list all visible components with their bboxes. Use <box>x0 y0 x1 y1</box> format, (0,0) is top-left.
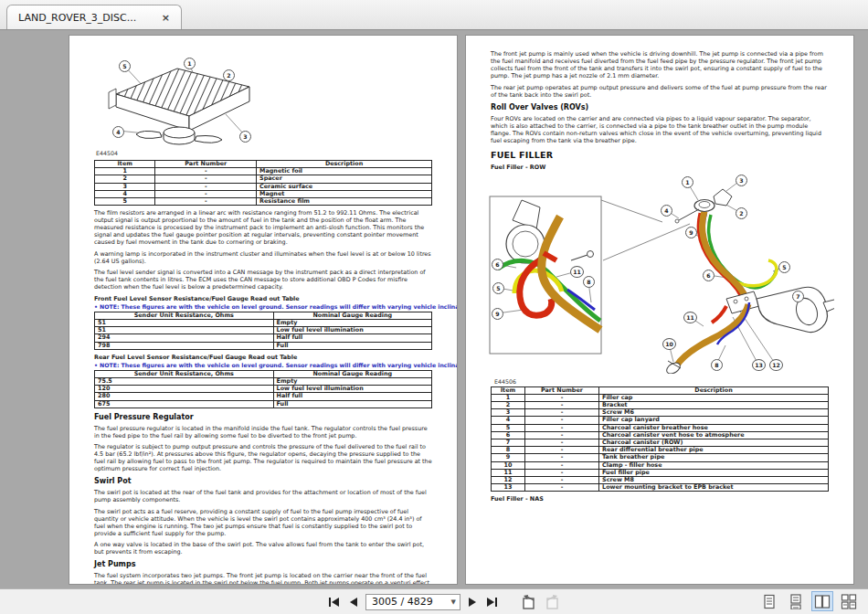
table-row: 1-Filler cap <box>492 394 829 401</box>
section-heading-fuel-pressure-regulator: Fuel Pressure Regulator <box>94 413 432 421</box>
last-page-button[interactable] <box>485 596 499 609</box>
single-page-view-icon <box>762 594 777 609</box>
page-number-field[interactable]: 3005 / 4829 ▼ <box>365 594 460 610</box>
table-row: 51Empty <box>95 319 432 326</box>
callout-6: 6 <box>703 270 715 281</box>
table-row: 2-Bracket <box>492 401 829 408</box>
callout-4: 4 <box>112 126 124 138</box>
manual-page-right: The front jet pump is mainly used when t… <box>465 35 854 585</box>
table-row: 2-Spacer <box>95 175 432 183</box>
document-canvas: 1 2 3 4 5 E44504 Item Part Number Descri… <box>0 29 868 589</box>
table-row: 4-Filler cap lanyard <box>492 417 829 424</box>
callout-1: 1 <box>184 58 196 69</box>
callout-5: 5 <box>778 261 790 273</box>
table-row: 4-Magnet <box>95 190 432 197</box>
rear-sender-table-title: Rear Fuel Level Sensor Resistance/Fuel G… <box>94 354 432 361</box>
table-row: 798Full <box>95 342 432 349</box>
table-header-row: Sender Unit Resistance, Ohms Nominal Gau… <box>95 312 432 319</box>
paragraph: A one way valve is located in the base o… <box>94 541 432 556</box>
continuous-view-icon <box>789 594 803 609</box>
callout-5: 5 <box>119 60 131 72</box>
next-page-button[interactable] <box>467 596 479 609</box>
table-row: 675Full <box>95 400 432 408</box>
paragraph: The fuel level sender signal is converte… <box>94 269 432 291</box>
bottom-toolbar: 3005 / 4829 ▼ <box>0 588 868 614</box>
paragraph: The fuel pressure regulator is located i… <box>94 425 432 439</box>
callout-10: 10 <box>662 338 676 350</box>
callout-7: 7 <box>792 291 804 302</box>
subheading-fuel-filler-row: Fuel Filler - ROW <box>491 164 829 171</box>
figure-label: E44506 <box>494 378 516 385</box>
table-header-row: Item Part Number Description <box>95 161 432 168</box>
callout-6: 6 <box>492 259 503 270</box>
table-row: 3-Ceramic surface <box>95 183 432 190</box>
paragraph: The swirl pot acts as a fuel reserve, pr… <box>94 508 432 537</box>
table-row: 10-Clamp - filler hose <box>492 461 829 469</box>
front-sender-table-title: Front Fuel Level Sensor Resistance/Fuel … <box>94 295 432 302</box>
table-row: 5-Charcoal canister breather hose <box>492 424 829 431</box>
callout-4: 4 <box>661 205 672 217</box>
callout-5: 5 <box>492 282 504 294</box>
continuous-view-button[interactable] <box>785 591 807 611</box>
previous-page-button[interactable] <box>347 596 359 609</box>
table-row: 8-Rear differential breather pipe <box>492 447 829 454</box>
table-row: 280Half full <box>95 393 432 400</box>
table-header-row: Sender Unit Resistance, Ohms Nominal Gau… <box>95 370 432 377</box>
fuel-filler-line-art <box>487 173 834 374</box>
tab-bar: LAND_ROVER_3_DISC... × <box>0 0 868 30</box>
callout-12: 12 <box>769 359 783 371</box>
front-sender-note: • NOTE: These figures are with the vehic… <box>94 303 432 310</box>
callout-3: 3 <box>239 131 251 143</box>
next-view-button[interactable] <box>544 594 562 610</box>
continuous-facing-view-button[interactable] <box>838 591 860 611</box>
sensor-parts-table: Item Part Number Description 1-Magnetic … <box>94 160 432 206</box>
paragraph: The rear jet pump operates at pump outpu… <box>491 84 829 99</box>
callout-8: 8 <box>711 359 723 371</box>
table-row: 3-Screw M6 <box>492 409 829 417</box>
table-row: 5-Resistance film <box>95 198 432 206</box>
tab-close-icon[interactable]: × <box>160 12 172 24</box>
callout-13: 13 <box>752 359 766 371</box>
subheading-fuel-filler-nas: Fuel Filler - NAS <box>491 495 829 503</box>
first-page-button[interactable] <box>327 596 341 609</box>
document-tab[interactable]: LAND_ROVER_3_DISC... × <box>6 5 182 29</box>
previous-view-button[interactable] <box>519 594 537 610</box>
table-row: 51Low fuel level illumination <box>95 327 432 334</box>
paragraph: The fuel system incorporates two jet pum… <box>94 572 432 585</box>
table-row: 120Low fuel level illumination <box>95 386 432 393</box>
callout-3: 3 <box>736 175 747 186</box>
section-heading-swirl-pot: Swirl Pot <box>94 477 432 485</box>
fuel-filler-parts-table: Item Part Number Description 1-Filler ca… <box>491 386 829 492</box>
callout-2: 2 <box>736 207 747 219</box>
callout-2: 2 <box>223 69 235 81</box>
facing-view-icon <box>814 594 831 609</box>
callout-9: 9 <box>492 308 503 320</box>
next-view-icon <box>545 595 561 609</box>
single-page-view-button[interactable] <box>758 591 780 611</box>
table-row: 294Half full <box>95 334 432 342</box>
paragraph: A warning lamp is incorporated in the in… <box>94 250 432 265</box>
continuous-facing-view-icon <box>841 594 857 609</box>
page-navigation: 3005 / 4829 ▼ <box>327 589 562 614</box>
table-row: 11-Fuel filler pipe <box>492 469 829 476</box>
chevron-down-icon[interactable]: ▼ <box>451 598 456 606</box>
paragraph: The film resistors are arranged in a lin… <box>94 209 432 246</box>
front-sender-table: Sender Unit Resistance, Ohms Nominal Gau… <box>94 312 432 350</box>
table-row: 7-Charcoal canister (ROW) <box>492 439 829 446</box>
callout-11: 11 <box>683 312 697 323</box>
rear-sender-note: • NOTE: These figures are with the vehic… <box>94 362 432 368</box>
facing-view-button[interactable] <box>811 591 833 611</box>
paragraph: The front jet pump is mainly used when t… <box>491 50 829 79</box>
figure-fuel-level-sensor: 1 2 3 4 5 E44504 <box>89 50 281 156</box>
section-heading-fuel-filler: FUEL FILLER <box>491 150 829 160</box>
previous-view-icon <box>520 595 536 609</box>
page-indicator: 3005 / 4829 <box>372 596 433 608</box>
paragraph: Four ROVs are located on the carrier and… <box>491 115 829 144</box>
table-row: 6-Charcoal canister vent hose to atmosph… <box>492 431 829 439</box>
figure-label: E44504 <box>96 150 118 156</box>
previous-page-icon <box>348 597 358 608</box>
callout-9: 9 <box>685 227 697 238</box>
paragraph: The regulator is subject to pump output … <box>94 443 432 472</box>
document-tab-title: LAND_ROVER_3_DISC... <box>18 12 136 24</box>
table-row: 9-Tank breather pipe <box>492 454 829 461</box>
